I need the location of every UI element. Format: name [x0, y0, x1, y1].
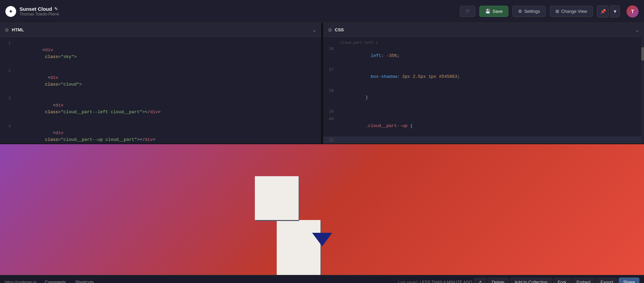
- css-panel-title: CSS: [335, 27, 344, 32]
- line-number: 2: [3, 68, 11, 74]
- html-line-1: 1 <div class="sky">: [0, 40, 321, 67]
- css-line-40: 40 .cloud__part--up {: [323, 116, 644, 136]
- settings-button[interactable]: ⚙ Settings: [512, 6, 546, 17]
- preview-area: https://codepen.io Comments Shortcuts La…: [0, 144, 644, 283]
- cloud-shape: [277, 176, 368, 244]
- html-line-4: 4 <div class="cloud__part--up cloud__par…: [0, 123, 321, 144]
- changeview-label: Change View: [561, 9, 587, 14]
- css-line-41: 41 top: -35%;: [323, 136, 644, 144]
- share-button[interactable]: Share: [619, 278, 639, 283]
- line-number: 41: [326, 137, 334, 144]
- html-line-2: 2 <div class="cloud">: [0, 67, 321, 95]
- css-code-area[interactable]: .cloud_part left { 36 left: -35%; 37 box…: [323, 37, 644, 144]
- line-number: 38: [326, 88, 334, 94]
- chevron-dropdown-button[interactable]: ▾: [610, 5, 620, 18]
- save-icon: 💾: [485, 9, 490, 14]
- pin-icon: 📌: [600, 9, 606, 14]
- css-panel-expand-icon[interactable]: ⌄: [635, 27, 639, 33]
- html-panel: ⚙ HTML ⌄ 1 <div class="sky"> 2 <div clas…: [0, 23, 322, 144]
- add-to-collection-button[interactable]: Add to Collection: [510, 278, 552, 283]
- avatar[interactable]: T: [626, 5, 639, 18]
- top-nav: ✦ Sunset Cloud ✎ Thomas Toledo-Pierre ♡ …: [0, 0, 644, 23]
- css-line-36: 36 left: -35%;: [323, 45, 644, 66]
- html-panel-header-left: ⚙ HTML: [5, 27, 24, 33]
- html-panel-expand-icon[interactable]: ⌄: [312, 27, 316, 33]
- bottom-url: https://codepen.io: [5, 280, 37, 283]
- change-view-button[interactable]: ⊞ Change View: [550, 6, 593, 17]
- ext-link-icon: ↗: [478, 280, 482, 283]
- css-scrollbar[interactable]: [641, 23, 644, 144]
- css-scrollbar-thumb[interactable]: [641, 47, 644, 61]
- changeview-icon: ⊞: [555, 9, 559, 14]
- embed-button[interactable]: Embed: [572, 278, 595, 283]
- css-panel: ⚙ CSS ⌄ .cloud_part left { 36 left: -35%…: [323, 23, 644, 144]
- shortcuts-button[interactable]: Shortcuts: [71, 278, 98, 283]
- css-line-37: 37 box-shadow: 2px 2.5px 1px #545863;: [323, 66, 644, 87]
- html-settings-icon[interactable]: ⚙: [5, 27, 9, 33]
- html-panel-title: HTML: [12, 27, 24, 32]
- save-button[interactable]: 💾 Sunset Cloud Save: [479, 6, 508, 17]
- line-number: 3: [3, 95, 11, 102]
- html-panel-header: ⚙ HTML ⌄: [0, 23, 321, 37]
- editor-area: ⚙ HTML ⌄ 1 <div class="sky"> 2 <div clas…: [0, 23, 644, 144]
- external-link-button[interactable]: ↗: [474, 278, 486, 283]
- html-line-3: 3 <div class="cloud__part--left cloud__p…: [0, 95, 321, 123]
- codepen-logo: ✦: [5, 6, 16, 17]
- css-panel-header: ⚙ CSS ⌄: [323, 23, 644, 37]
- css-panel-header-left: ⚙ CSS: [328, 27, 344, 33]
- line-number: 37: [326, 67, 334, 73]
- settings-icon: ⚙: [518, 9, 522, 14]
- pen-author: Thomas Toledo-Pierre: [20, 12, 59, 17]
- line-number: 40: [326, 116, 334, 123]
- css-settings-icon[interactable]: ⚙: [328, 27, 332, 33]
- cloud-container: [277, 176, 368, 244]
- line-number: 39: [326, 108, 334, 115]
- bottom-bar: https://codepen.io Comments Shortcuts La…: [0, 275, 644, 283]
- heart-button[interactable]: ♡: [460, 6, 475, 17]
- line-number: 4: [3, 123, 11, 130]
- logo-area: ✦ Sunset Cloud ✎ Thomas Toledo-Pierre: [5, 6, 59, 17]
- fork-button[interactable]: Fork: [553, 278, 571, 283]
- css-line-39: 39: [323, 108, 644, 116]
- cloud-part-up: [255, 176, 299, 220]
- cloud-shadow: [312, 233, 332, 246]
- line-number: 1: [3, 40, 11, 47]
- export-button[interactable]: Export: [596, 278, 618, 283]
- pen-title: Sunset Cloud ✎: [20, 6, 59, 12]
- css-scroll-indicator: .cloud_part left {: [323, 40, 644, 45]
- html-code-area[interactable]: 1 <div class="sky"> 2 <div class="cloud"…: [0, 37, 321, 144]
- css-line-38: 38 }: [323, 87, 644, 108]
- title-area: Sunset Cloud ✎ Thomas Toledo-Pierre: [20, 6, 59, 17]
- pin-button[interactable]: 📌: [597, 5, 609, 18]
- settings-label: Settings: [524, 9, 540, 14]
- line-number: 36: [326, 46, 334, 53]
- heart-icon: ♡: [466, 9, 470, 14]
- save-status: Last saved LESS THAN A MINUTE AGO: [398, 280, 472, 283]
- avatar-initials: T: [631, 9, 634, 14]
- delete-button[interactable]: Delete: [487, 278, 509, 283]
- edit-icon[interactable]: ✎: [54, 6, 58, 11]
- pen-title-text: Sunset Cloud: [20, 6, 52, 12]
- comments-button[interactable]: Comments: [41, 278, 70, 283]
- chevron-down-icon: ▾: [614, 8, 616, 14]
